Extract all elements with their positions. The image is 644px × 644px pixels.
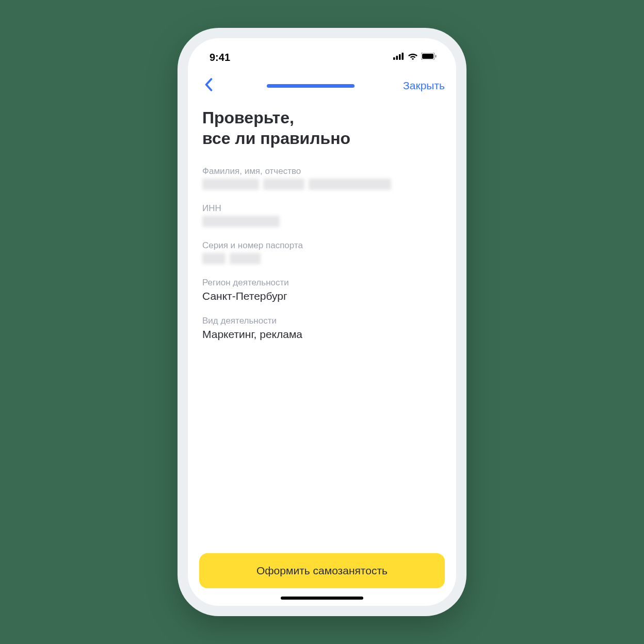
fullname-value-redacted — [202, 179, 442, 190]
activity-value: Маркетинг, реклама — [202, 328, 442, 341]
page-title: Проверьте, все ли правильно — [202, 107, 442, 149]
region-label: Регион деятельности — [202, 278, 442, 288]
phone-frame: 9:41 Закрыть — [178, 28, 466, 616]
field-region: Регион деятельности Санкт-Петербург — [202, 278, 442, 302]
region-value: Санкт-Петербург — [202, 290, 442, 302]
inn-label: ИНН — [202, 203, 442, 214]
submit-button[interactable]: Оформить самозанятость — [199, 553, 445, 588]
svg-rect-2 — [399, 54, 401, 60]
field-fullname: Фамилия, имя, отчество — [202, 166, 442, 190]
svg-rect-5 — [422, 54, 433, 59]
inn-value-redacted — [202, 216, 442, 227]
title-line-2: все ли правильно — [202, 129, 350, 148]
status-bar: 9:41 — [188, 43, 456, 71]
back-button[interactable] — [199, 76, 218, 95]
activity-label: Вид деятельности — [202, 316, 442, 326]
field-inn: ИНН — [202, 203, 442, 227]
content: Проверьте, все ли правильно Фамилия, имя… — [188, 100, 456, 553]
svg-rect-0 — [393, 57, 395, 60]
status-icons — [393, 53, 437, 62]
passport-label: Серия и номер паспорта — [202, 240, 442, 251]
status-time: 9:41 — [210, 52, 230, 63]
battery-icon — [421, 53, 437, 62]
close-button[interactable]: Закрыть — [403, 79, 445, 92]
cellular-icon — [393, 53, 405, 62]
field-passport: Серия и номер паспорта — [202, 240, 442, 264]
title-line-1: Проверьте, — [202, 108, 294, 127]
home-indicator[interactable] — [281, 597, 363, 600]
svg-rect-1 — [396, 56, 398, 60]
passport-value-redacted — [202, 253, 442, 264]
field-activity: Вид деятельности Маркетинг, реклама — [202, 316, 442, 341]
fullname-label: Фамилия, имя, отчество — [202, 166, 442, 176]
wifi-icon — [408, 53, 418, 62]
svg-rect-6 — [436, 55, 437, 58]
nav-bar: Закрыть — [188, 71, 456, 100]
progress-bar — [267, 84, 355, 88]
svg-rect-3 — [402, 53, 404, 60]
phone-screen: 9:41 Закрыть — [188, 38, 456, 606]
chevron-left-icon — [204, 78, 213, 93]
